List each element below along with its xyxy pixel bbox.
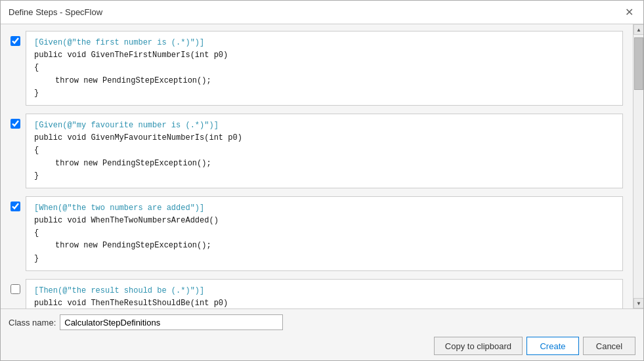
- code-line: public void ThenTheResultShouldBe(int p0…: [34, 297, 614, 308]
- cancel-button[interactable]: Cancel: [583, 337, 635, 355]
- step-row: [Then(@"the result should be (.*)")] pub…: [11, 279, 623, 308]
- step2-checkbox[interactable]: [11, 119, 20, 129]
- steps-list: [Given(@"the first number is (.*)")] pub…: [1, 24, 633, 308]
- step4-checkbox[interactable]: [11, 284, 20, 294]
- content-area: [Given(@"the first number is (.*)")] pub…: [1, 24, 643, 308]
- code-line: {: [34, 227, 614, 240]
- code-line: throw new PendingStepException();: [34, 75, 614, 87]
- code-line: throw new PendingStepException();: [34, 158, 614, 170]
- step2-checkbox-wrap[interactable]: [11, 119, 20, 131]
- code-line: throw new PendingStepException();: [34, 240, 614, 252]
- code-line: [Given(@"my favourite number is (.*)")]: [34, 119, 614, 132]
- define-steps-dialog: Define Steps - SpecFlow ✕ [Given(@"the f…: [0, 0, 644, 361]
- scrollbar-track: ▲ ▼: [633, 24, 643, 308]
- code-line: [Then(@"the result should be (.*)")]: [34, 285, 614, 297]
- step3-checkbox[interactable]: [11, 202, 20, 211]
- scrollbar-down-arrow[interactable]: ▼: [633, 298, 643, 308]
- step4-code: [Then(@"the result should be (.*)")] pub…: [26, 279, 623, 308]
- code-line: public void GivenMyFavouriteNumberIs(int…: [34, 132, 614, 144]
- step-row: [Given(@"the first number is (.*)")] pub…: [11, 31, 623, 106]
- close-button[interactable]: ✕: [622, 6, 635, 19]
- code-line: }: [34, 87, 614, 100]
- step2-code: [Given(@"my favourite number is (.*)")] …: [26, 114, 623, 188]
- button-row: Copy to clipboard Create Cancel: [9, 337, 635, 355]
- classname-label: Class name:: [9, 318, 56, 328]
- code-line: }: [34, 170, 614, 182]
- step3-code: [When(@"the two numbers are added")] pub…: [26, 196, 623, 271]
- step1-checkbox-wrap[interactable]: [11, 36, 20, 48]
- code-line: }: [34, 253, 614, 265]
- create-button[interactable]: Create: [526, 337, 579, 355]
- scrollbar-up-arrow[interactable]: ▲: [633, 24, 643, 35]
- copy-to-clipboard-button[interactable]: Copy to clipboard: [434, 337, 523, 355]
- step1-code: [Given(@"the first number is (.*)")] pub…: [26, 31, 623, 106]
- step-row: [When(@"the two numbers are added")] pub…: [11, 196, 623, 271]
- dialog-title: Define Steps - SpecFlow: [9, 7, 102, 17]
- code-line: public void WhenTheTwoNumbersAreAdded(): [34, 215, 614, 227]
- code-line: [When(@"the two numbers are added")]: [34, 202, 614, 215]
- title-bar: Define Steps - SpecFlow ✕: [1, 1, 643, 24]
- step3-checkbox-wrap[interactable]: [11, 202, 20, 213]
- step1-checkbox[interactable]: [11, 36, 20, 46]
- bottom-bar: Class name: Copy to clipboard Create Can…: [1, 308, 643, 360]
- code-line: [Given(@"the first number is (.*)")]: [34, 37, 614, 49]
- scrollbar-thumb[interactable]: [634, 37, 643, 90]
- code-line: public void GivenTheFirstNumberIs(int p0…: [34, 49, 614, 62]
- code-line: {: [34, 62, 614, 74]
- step4-checkbox-wrap[interactable]: [11, 284, 20, 296]
- code-line: {: [34, 144, 614, 157]
- step-row: [Given(@"my favourite number is (.*)")] …: [11, 114, 623, 188]
- classname-row: Class name:: [9, 314, 635, 330]
- classname-input[interactable]: [60, 314, 283, 330]
